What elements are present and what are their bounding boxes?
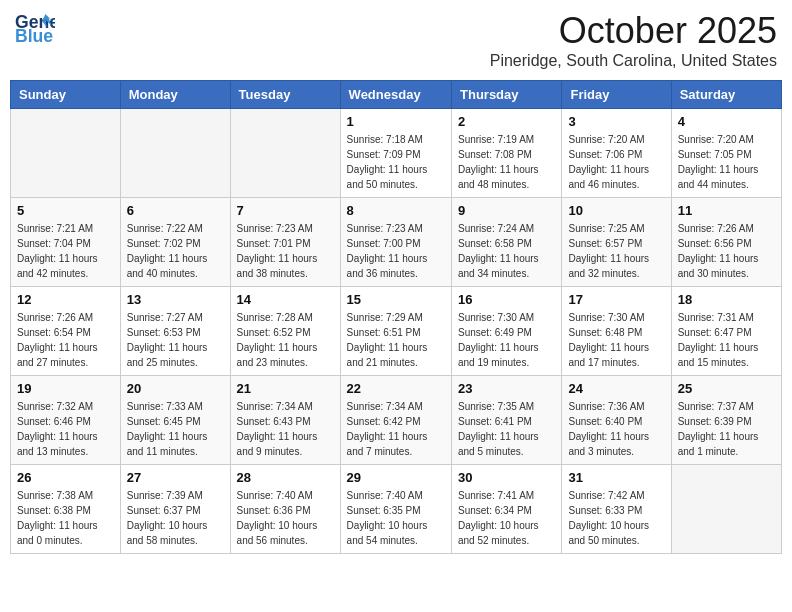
calendar-cell: 24Sunrise: 7:36 AMSunset: 6:40 PMDayligh… [562,376,671,465]
day-info: Sunrise: 7:19 AMSunset: 7:08 PMDaylight:… [458,132,555,192]
day-info: Sunrise: 7:37 AMSunset: 6:39 PMDaylight:… [678,399,775,459]
calendar-cell: 16Sunrise: 7:30 AMSunset: 6:49 PMDayligh… [452,287,562,376]
title-section: October 2025 Pineridge, South Carolina, … [490,10,777,70]
day-number: 12 [17,292,114,307]
calendar-week-row: 5Sunrise: 7:21 AMSunset: 7:04 PMDaylight… [11,198,782,287]
day-number: 20 [127,381,224,396]
day-info: Sunrise: 7:42 AMSunset: 6:33 PMDaylight:… [568,488,664,548]
logo: General Blue [15,10,55,46]
column-header-sunday: Sunday [11,81,121,109]
day-info: Sunrise: 7:38 AMSunset: 6:38 PMDaylight:… [17,488,114,548]
calendar-table: SundayMondayTuesdayWednesdayThursdayFrid… [10,80,782,554]
day-info: Sunrise: 7:40 AMSunset: 6:35 PMDaylight:… [347,488,445,548]
calendar-cell: 6Sunrise: 7:22 AMSunset: 7:02 PMDaylight… [120,198,230,287]
location-title: Pineridge, South Carolina, United States [490,52,777,70]
calendar-header-row: SundayMondayTuesdayWednesdayThursdayFrid… [11,81,782,109]
column-header-tuesday: Tuesday [230,81,340,109]
day-info: Sunrise: 7:36 AMSunset: 6:40 PMDaylight:… [568,399,664,459]
column-header-wednesday: Wednesday [340,81,451,109]
calendar-cell: 25Sunrise: 7:37 AMSunset: 6:39 PMDayligh… [671,376,781,465]
calendar-cell: 28Sunrise: 7:40 AMSunset: 6:36 PMDayligh… [230,465,340,554]
day-number: 8 [347,203,445,218]
calendar-cell [230,109,340,198]
day-number: 25 [678,381,775,396]
day-info: Sunrise: 7:25 AMSunset: 6:57 PMDaylight:… [568,221,664,281]
calendar-cell: 7Sunrise: 7:23 AMSunset: 7:01 PMDaylight… [230,198,340,287]
calendar-cell: 4Sunrise: 7:20 AMSunset: 7:05 PMDaylight… [671,109,781,198]
day-info: Sunrise: 7:39 AMSunset: 6:37 PMDaylight:… [127,488,224,548]
calendar-cell: 26Sunrise: 7:38 AMSunset: 6:38 PMDayligh… [11,465,121,554]
day-info: Sunrise: 7:18 AMSunset: 7:09 PMDaylight:… [347,132,445,192]
calendar-cell: 12Sunrise: 7:26 AMSunset: 6:54 PMDayligh… [11,287,121,376]
column-header-friday: Friday [562,81,671,109]
day-number: 13 [127,292,224,307]
day-info: Sunrise: 7:35 AMSunset: 6:41 PMDaylight:… [458,399,555,459]
day-info: Sunrise: 7:34 AMSunset: 6:43 PMDaylight:… [237,399,334,459]
day-number: 28 [237,470,334,485]
day-number: 18 [678,292,775,307]
column-header-saturday: Saturday [671,81,781,109]
calendar-cell: 2Sunrise: 7:19 AMSunset: 7:08 PMDaylight… [452,109,562,198]
calendar-cell: 19Sunrise: 7:32 AMSunset: 6:46 PMDayligh… [11,376,121,465]
day-info: Sunrise: 7:20 AMSunset: 7:06 PMDaylight:… [568,132,664,192]
calendar-cell: 29Sunrise: 7:40 AMSunset: 6:35 PMDayligh… [340,465,451,554]
calendar-cell: 22Sunrise: 7:34 AMSunset: 6:42 PMDayligh… [340,376,451,465]
day-number: 19 [17,381,114,396]
day-info: Sunrise: 7:23 AMSunset: 7:01 PMDaylight:… [237,221,334,281]
calendar-week-row: 26Sunrise: 7:38 AMSunset: 6:38 PMDayligh… [11,465,782,554]
calendar-week-row: 1Sunrise: 7:18 AMSunset: 7:09 PMDaylight… [11,109,782,198]
day-info: Sunrise: 7:21 AMSunset: 7:04 PMDaylight:… [17,221,114,281]
day-info: Sunrise: 7:28 AMSunset: 6:52 PMDaylight:… [237,310,334,370]
day-number: 22 [347,381,445,396]
day-info: Sunrise: 7:24 AMSunset: 6:58 PMDaylight:… [458,221,555,281]
day-number: 1 [347,114,445,129]
day-number: 23 [458,381,555,396]
calendar-cell: 3Sunrise: 7:20 AMSunset: 7:06 PMDaylight… [562,109,671,198]
day-number: 3 [568,114,664,129]
day-number: 31 [568,470,664,485]
day-number: 30 [458,470,555,485]
calendar-cell: 31Sunrise: 7:42 AMSunset: 6:33 PMDayligh… [562,465,671,554]
day-number: 14 [237,292,334,307]
page-header: General Blue October 2025 Pineridge, Sou… [10,10,782,70]
calendar-cell: 10Sunrise: 7:25 AMSunset: 6:57 PMDayligh… [562,198,671,287]
month-title: October 2025 [490,10,777,52]
day-number: 17 [568,292,664,307]
day-number: 21 [237,381,334,396]
day-info: Sunrise: 7:41 AMSunset: 6:34 PMDaylight:… [458,488,555,548]
day-info: Sunrise: 7:30 AMSunset: 6:48 PMDaylight:… [568,310,664,370]
day-info: Sunrise: 7:40 AMSunset: 6:36 PMDaylight:… [237,488,334,548]
calendar-cell: 5Sunrise: 7:21 AMSunset: 7:04 PMDaylight… [11,198,121,287]
calendar-cell [120,109,230,198]
day-number: 11 [678,203,775,218]
calendar-cell: 18Sunrise: 7:31 AMSunset: 6:47 PMDayligh… [671,287,781,376]
day-number: 2 [458,114,555,129]
day-number: 27 [127,470,224,485]
calendar-cell: 27Sunrise: 7:39 AMSunset: 6:37 PMDayligh… [120,465,230,554]
day-info: Sunrise: 7:23 AMSunset: 7:00 PMDaylight:… [347,221,445,281]
column-header-thursday: Thursday [452,81,562,109]
calendar-cell: 8Sunrise: 7:23 AMSunset: 7:00 PMDaylight… [340,198,451,287]
day-info: Sunrise: 7:27 AMSunset: 6:53 PMDaylight:… [127,310,224,370]
calendar-cell [11,109,121,198]
day-info: Sunrise: 7:34 AMSunset: 6:42 PMDaylight:… [347,399,445,459]
calendar-cell: 23Sunrise: 7:35 AMSunset: 6:41 PMDayligh… [452,376,562,465]
day-number: 15 [347,292,445,307]
day-number: 5 [17,203,114,218]
calendar-cell: 9Sunrise: 7:24 AMSunset: 6:58 PMDaylight… [452,198,562,287]
day-info: Sunrise: 7:30 AMSunset: 6:49 PMDaylight:… [458,310,555,370]
calendar-week-row: 19Sunrise: 7:32 AMSunset: 6:46 PMDayligh… [11,376,782,465]
calendar-cell: 20Sunrise: 7:33 AMSunset: 6:45 PMDayligh… [120,376,230,465]
day-number: 7 [237,203,334,218]
day-info: Sunrise: 7:26 AMSunset: 6:54 PMDaylight:… [17,310,114,370]
calendar-week-row: 12Sunrise: 7:26 AMSunset: 6:54 PMDayligh… [11,287,782,376]
day-number: 6 [127,203,224,218]
column-header-monday: Monday [120,81,230,109]
day-number: 9 [458,203,555,218]
day-info: Sunrise: 7:22 AMSunset: 7:02 PMDaylight:… [127,221,224,281]
svg-text:Blue: Blue [15,26,53,46]
day-info: Sunrise: 7:33 AMSunset: 6:45 PMDaylight:… [127,399,224,459]
calendar-cell [671,465,781,554]
calendar-cell: 11Sunrise: 7:26 AMSunset: 6:56 PMDayligh… [671,198,781,287]
day-info: Sunrise: 7:29 AMSunset: 6:51 PMDaylight:… [347,310,445,370]
